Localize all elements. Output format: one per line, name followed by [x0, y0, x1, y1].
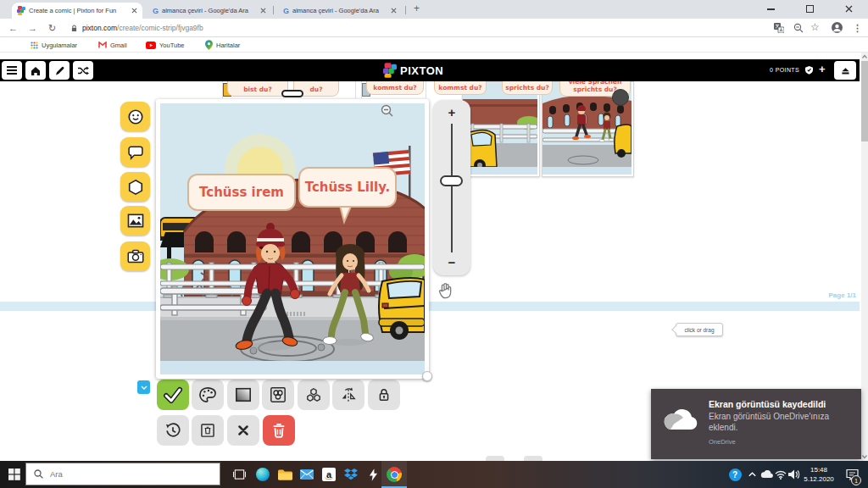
window-minimize-button[interactable] — [767, 8, 775, 10]
close-icon[interactable] — [131, 8, 137, 14]
browser-tab-strip: Create a comic | Pixton for Fun G almanc… — [0, 0, 868, 19]
group-frame-button[interactable] — [262, 380, 294, 410]
speech-bubble-left[interactable]: Tchüss irem — [187, 174, 296, 211]
notification-body: Ekran görüntüsü OneDrive'ınıza eklendi. — [709, 411, 851, 433]
confirm-button[interactable] — [157, 380, 189, 410]
slider-handle[interactable] — [440, 175, 463, 186]
onedrive-cloud-icon — [662, 408, 699, 431]
zoom-icon[interactable] — [793, 23, 804, 33]
comic-panel-thumbnail[interactable] — [462, 81, 540, 177]
tray-expand-icon[interactable] — [746, 461, 758, 488]
bookmarks-bar: Uygulamalar Gmail YouTube Haritalar — [0, 37, 868, 53]
screen: Create a comic | Pixton for Fun G almanc… — [0, 0, 868, 488]
page-scrollbar[interactable] — [861, 53, 868, 461]
lock-button[interactable] — [368, 380, 400, 410]
canvas-resize-handle[interactable] — [422, 371, 432, 381]
publish-button[interactable] — [834, 61, 856, 80]
shuffle-button[interactable] — [73, 61, 93, 80]
tab-google-2[interactable]: G almanca çeviri - Google'da Ara — [278, 3, 402, 19]
bookmark-gmail[interactable]: Gmail — [98, 39, 127, 51]
tab-google-1[interactable]: G almanca çeviri - Google'da Ara — [147, 3, 271, 19]
onedrive-tray-icon[interactable] — [759, 461, 774, 488]
add-shape-button[interactable] — [120, 172, 150, 202]
lightning-app-taskbar-icon[interactable] — [364, 461, 381, 488]
mail-taskbar-icon[interactable] — [298, 461, 315, 488]
bookmark-apps[interactable]: Uygulamalar — [31, 39, 77, 51]
delete-panel-button[interactable] — [192, 415, 224, 446]
panel-grip-handle[interactable] — [281, 90, 303, 97]
profile-avatar-icon[interactable] — [832, 22, 843, 33]
lock-icon[interactable] — [71, 25, 77, 32]
add-speech-bubble-button[interactable] — [120, 137, 150, 167]
reload-icon[interactable]: ↻ — [48, 21, 56, 35]
shield-icon[interactable] — [805, 66, 813, 75]
slider-plus[interactable]: + — [433, 105, 470, 119]
scroll-up-icon[interactable] — [861, 53, 868, 60]
close-icon[interactable] — [391, 8, 397, 14]
edge-taskbar-icon[interactable] — [254, 461, 271, 488]
clock-date: 5.12.2020 — [798, 474, 839, 484]
help-tray-icon[interactable]: ? — [727, 461, 743, 488]
bubble-text: kommst du? — [373, 84, 416, 92]
zoom-slider[interactable]: + − — [433, 100, 470, 275]
start-button[interactable] — [5, 461, 24, 488]
color-palette-button[interactable] — [192, 380, 224, 410]
collapse-toolbar-button[interactable] — [137, 380, 150, 394]
taskbar-search-input[interactable] — [25, 463, 220, 485]
background-fill-button[interactable] — [227, 380, 259, 410]
pixton-favicon — [17, 6, 25, 15]
delete-button[interactable] — [263, 415, 295, 446]
back-icon[interactable]: ← — [8, 21, 18, 35]
canvas-zoom-out-button[interactable] — [381, 104, 393, 117]
url-field[interactable]: pixton.com/create/comic-strip/fjvga9fb — [82, 24, 203, 32]
undo-history-button[interactable] — [157, 415, 189, 446]
bookmark-maps[interactable]: Haritalar — [205, 39, 240, 51]
bubble-text: du? — [309, 86, 322, 93]
close-icon[interactable] — [260, 8, 266, 14]
scrollbar-thumb[interactable] — [861, 61, 868, 141]
chrome-taskbar-icon[interactable] — [386, 461, 403, 488]
task-view-icon — [233, 469, 246, 480]
pixton-logo[interactable]: PIXTON — [383, 63, 443, 78]
onedrive-notification[interactable]: Ekran görüntüsü kaydedildi Ekran görüntü… — [651, 389, 861, 459]
speech-bubble-right[interactable]: Tchüss Lilly. — [298, 167, 397, 208]
pixton-header: PIXTON 0 POINTS + — [0, 59, 860, 81]
tab-pixton[interactable]: Create a comic | Pixton for Fun — [12, 3, 142, 19]
menu-more-icon[interactable]: ⋮ — [853, 21, 862, 35]
file-explorer-taskbar-icon[interactable] — [276, 461, 293, 488]
edit-button[interactable] — [49, 61, 70, 80]
add-photo-button[interactable] — [120, 241, 150, 271]
window-close-button[interactable] — [845, 5, 853, 13]
action-center-icon[interactable]: 1 — [843, 461, 861, 488]
slider-track[interactable] — [451, 124, 453, 252]
new-tab-button[interactable]: + — [414, 3, 420, 14]
flip-horizontal-button[interactable] — [332, 380, 364, 410]
badge-count: 1 — [854, 478, 858, 484]
bookmark-youtube[interactable]: YouTube — [146, 39, 184, 51]
taskbar-clock[interactable]: 15:48 5.12.2020 — [798, 465, 839, 484]
cancel-button[interactable] — [227, 415, 259, 446]
wifi-tray-icon[interactable] — [774, 461, 787, 488]
add-image-button[interactable] — [120, 206, 150, 236]
window-maximize-button[interactable] — [806, 5, 814, 13]
amazon-taskbar-icon[interactable]: a — [320, 461, 337, 488]
task-view-button[interactable] — [231, 461, 248, 488]
flip-icon — [339, 386, 358, 403]
menu-button[interactable] — [2, 61, 22, 80]
comic-scene[interactable] — [160, 103, 425, 374]
comic-canvas-frame[interactable] — [156, 99, 429, 379]
tab-separator — [273, 6, 274, 14]
add-points-button[interactable]: + — [819, 63, 826, 75]
bookmark-star-icon[interactable]: ☆ — [810, 20, 820, 34]
translate-icon[interactable] — [774, 23, 784, 33]
add-character-button[interactable] — [120, 102, 150, 131]
scroll-down-icon[interactable] — [861, 453, 868, 460]
dropbox-taskbar-icon[interactable] — [342, 461, 359, 488]
home-button[interactable] — [25, 61, 46, 80]
character-badge[interactable] — [612, 89, 629, 106]
forward-icon[interactable]: → — [28, 21, 37, 35]
slider-minus[interactable]: − — [433, 255, 470, 269]
ungroup-button[interactable] — [298, 380, 330, 410]
mail-icon — [300, 469, 314, 480]
home-icon — [30, 65, 42, 76]
